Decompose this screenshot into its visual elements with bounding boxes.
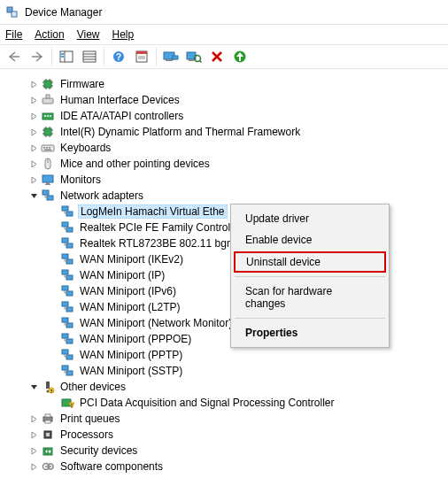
tree-item-label[interactable]: WAN Miniport (SSTP) — [78, 365, 184, 377]
tree-item-label[interactable]: LogMeIn Hamachi Virtual Ethe — [78, 204, 228, 219]
tree-item-label[interactable]: Monitors — [58, 173, 103, 186]
app-icon — [5, 5, 19, 19]
expand-icon — [48, 254, 58, 265]
tree-item-label[interactable]: Keyboards — [58, 142, 112, 154]
svg-rect-41 — [44, 128, 51, 135]
tree-item[interactable]: Print queues — [4, 411, 444, 427]
tree-item-label[interactable]: Software components — [58, 460, 165, 473]
ide-icon — [41, 109, 55, 123]
collapse-icon[interactable] — [28, 190, 39, 201]
tree-item-label[interactable]: WAN Miniport (IP) — [78, 269, 166, 281]
expand-icon[interactable] — [28, 111, 39, 121]
tree-item[interactable]: WAN Miniport (SSTP) — [4, 363, 444, 379]
svg-rect-118 — [46, 433, 50, 436]
tree-item-label[interactable]: WAN Miniport (IPv6) — [78, 285, 178, 297]
menu-help[interactable]: Help — [112, 28, 135, 41]
svg-rect-92 — [62, 318, 68, 322]
network-icon — [60, 284, 74, 298]
menu-file[interactable]: File — [5, 28, 22, 41]
tree-item-label[interactable]: Realtek RTL8723BE 802.11 bgn V — [78, 237, 244, 250]
tree-item-label[interactable]: Security devices — [58, 444, 139, 457]
tree-item-label[interactable]: Processors — [58, 428, 115, 441]
tree-item-label[interactable]: Other devices — [58, 381, 127, 393]
titlebar: Device Manager — [0, 0, 448, 25]
svg-rect-52 — [46, 147, 48, 149]
context-update-driver[interactable]: Update driver — [233, 208, 387, 229]
forward-button[interactable] — [27, 46, 48, 67]
tree-item-label[interactable]: Firmware — [58, 78, 106, 90]
network-icon — [60, 332, 74, 346]
expand-icon[interactable] — [28, 127, 39, 137]
network-icon — [60, 300, 74, 314]
expand-icon[interactable] — [28, 158, 39, 169]
collapse-icon[interactable] — [28, 382, 39, 392]
expand-icon[interactable] — [28, 79, 39, 89]
context-properties[interactable]: Properties — [233, 322, 387, 343]
context-uninstall-device[interactable]: Uninstall device — [234, 251, 386, 273]
tree-item[interactable]: Intel(R) Dynamic Platform and Thermal Fr… — [4, 124, 444, 140]
expand-icon[interactable] — [28, 445, 39, 456]
context-scan-hardware[interactable]: Scan for hardware changes — [233, 281, 387, 314]
expand-icon — [48, 350, 58, 360]
tree-item-label[interactable]: IDE ATA/ATAPI controllers — [58, 110, 185, 122]
enable-device-button[interactable] — [229, 46, 251, 67]
network-icon — [41, 189, 55, 203]
update-driver-button[interactable] — [160, 46, 182, 67]
expand-icon[interactable] — [28, 174, 39, 185]
show-hide-console-tree-button[interactable] — [56, 46, 77, 67]
tree-item[interactable]: Processors — [4, 427, 444, 443]
properties-button[interactable] — [131, 46, 152, 67]
expand-icon — [48, 366, 58, 376]
network-icon — [60, 204, 74, 219]
expand-icon[interactable] — [28, 143, 39, 153]
tree-item-label[interactable]: Mice and other pointing devices — [58, 158, 212, 170]
tree-item[interactable]: Keyboards — [4, 140, 444, 156]
window-title: Device Manager — [25, 6, 102, 19]
tree-item-label[interactable]: WAN Miniport (L2TP) — [78, 301, 182, 313]
expand-icon[interactable] — [28, 413, 39, 424]
tree-item[interactable]: Mice and other pointing devices — [4, 156, 444, 172]
tree-item-label[interactable]: Human Interface Devices — [58, 94, 182, 106]
help-button[interactable]: ? — [108, 46, 129, 67]
tree-item[interactable]: Firmware — [4, 76, 444, 92]
expand-icon[interactable] — [28, 95, 39, 105]
menu-action[interactable]: Action — [35, 28, 64, 41]
tree-item[interactable]: Security devices — [4, 443, 444, 459]
expand-icon[interactable] — [28, 429, 39, 440]
tree-item[interactable]: WAN Miniport (PPTP) — [4, 347, 444, 363]
tree-item[interactable]: Human Interface Devices — [4, 92, 444, 108]
tree-item-label[interactable]: Realtek PCIe FE Family Control — [78, 221, 232, 234]
tree-item[interactable]: ?Other devices — [4, 379, 444, 395]
tree-item-label[interactable]: WAN Miniport (PPTP) — [78, 349, 184, 361]
svg-rect-108 — [46, 382, 50, 389]
tree-item-label[interactable]: PCI Data Acquisition and Signal Processi… — [78, 397, 336, 409]
expand-icon[interactable] — [28, 461, 39, 472]
hid-icon — [41, 93, 55, 107]
svg-rect-53 — [49, 147, 50, 149]
svg-text:?: ? — [116, 52, 121, 62]
tree-item[interactable]: Network adapters — [4, 188, 444, 204]
scan-hardware-button[interactable] — [183, 46, 205, 67]
tree-item-label[interactable]: WAN Miniport (Network Monitor) — [78, 317, 234, 329]
tree-item-label[interactable]: Network adapters — [58, 189, 145, 202]
uninstall-device-button[interactable] — [206, 46, 228, 67]
svg-point-39 — [47, 115, 49, 117]
svg-text:?: ? — [50, 389, 52, 394]
svg-point-38 — [44, 115, 46, 117]
tree-item[interactable]: Software components — [4, 459, 444, 474]
context-enable-device[interactable]: Enable device — [233, 229, 387, 251]
svg-point-125 — [50, 466, 51, 467]
svg-rect-20 — [189, 59, 194, 61]
tree-item-label[interactable]: Intel(R) Dynamic Platform and Thermal Fr… — [58, 126, 302, 138]
tree-item[interactable]: Monitors — [4, 172, 444, 188]
back-button[interactable] — [4, 46, 25, 67]
tree-item-label[interactable]: WAN Miniport (IKEv2) — [78, 253, 185, 266]
action-pane-button[interactable] — [79, 46, 100, 67]
keyboard-icon — [41, 141, 55, 155]
tree-item-label[interactable]: Print queues — [58, 412, 121, 425]
tree-item-label[interactable]: WAN Miniport (PPPOE) — [78, 333, 193, 345]
tree-item[interactable]: IDE ATA/ATAPI controllers — [4, 108, 444, 124]
tree-item[interactable]: !PCI Data Acquisition and Signal Process… — [4, 395, 444, 411]
menu-view[interactable]: View — [77, 28, 100, 41]
network-icon — [60, 348, 74, 362]
